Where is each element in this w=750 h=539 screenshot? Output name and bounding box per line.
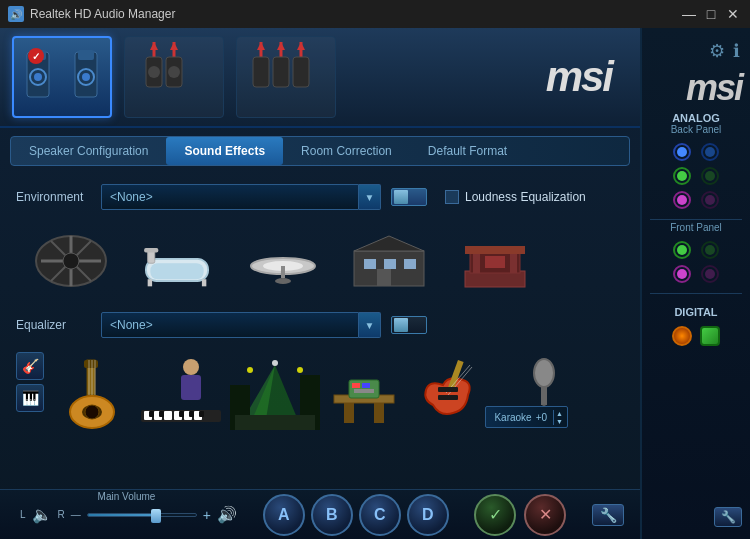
eq-guitar2-icon[interactable] — [408, 352, 488, 432]
speaker-6ch-option[interactable] — [236, 36, 336, 118]
effect-stadium[interactable] — [238, 226, 328, 296]
eq-guitar-small-icon[interactable]: 🎸 — [16, 352, 44, 380]
minimize-button[interactable]: — — [680, 5, 698, 23]
jack-purple-left[interactable] — [673, 191, 691, 209]
jack-green-right[interactable] — [701, 167, 719, 185]
svg-rect-96 — [438, 387, 458, 392]
svg-rect-91 — [354, 389, 374, 393]
speaker-4ch-option[interactable] — [124, 36, 224, 118]
svg-rect-95 — [438, 395, 458, 400]
loudness-area: Loudness Equalization — [445, 190, 586, 204]
volume-area: Main Volume L 🔈 R — + 🔊 — [16, 505, 237, 524]
svg-rect-36 — [144, 248, 158, 252]
svg-rect-34 — [150, 263, 203, 279]
volume-slider-track[interactable] — [87, 513, 197, 517]
right-wrench-button[interactable]: 🔧 — [714, 507, 742, 527]
btn-a[interactable]: A — [263, 494, 305, 536]
vol-dash: — — [71, 509, 81, 520]
svg-rect-38 — [202, 279, 206, 286]
svg-rect-24 — [253, 57, 269, 87]
front-jack-green[interactable] — [673, 241, 691, 259]
svg-rect-52 — [510, 251, 517, 273]
digital-jack-coax[interactable] — [700, 326, 720, 346]
tabs-bar: Speaker Configuration Sound Effects Room… — [10, 136, 630, 166]
effect-bathroom[interactable] — [132, 226, 222, 296]
jack-row-3 — [673, 191, 719, 209]
eq-toggle-knob — [394, 318, 408, 332]
tab-room-correction[interactable]: Room Correction — [283, 137, 410, 165]
environment-dropdown[interactable]: <None> — [101, 184, 359, 210]
effect-room[interactable] — [344, 226, 434, 296]
main-panel: Environment <None> ▼ Loudness Equalizati… — [0, 174, 640, 489]
digital-jack-optical[interactable] — [672, 326, 692, 346]
digital-jacks — [642, 322, 750, 350]
front-panel-label: Front Panel — [642, 222, 750, 233]
eq-concert-icon[interactable] — [230, 352, 320, 432]
karaoke-up-arrow[interactable]: ▲ — [556, 410, 563, 417]
back-panel-label: Back Panel — [642, 124, 750, 135]
msi-logo-area: msi — [546, 53, 628, 101]
toggle-knob — [394, 190, 408, 204]
tab-speaker-config[interactable]: Speaker Configuration — [11, 137, 166, 165]
environment-toggle[interactable] — [391, 188, 427, 206]
front-jack-green-right[interactable] — [701, 241, 719, 259]
settings-wrench-button[interactable]: 🔧 — [592, 504, 624, 526]
effect-sewer[interactable] — [26, 226, 116, 296]
svg-marker-13 — [170, 42, 178, 50]
volume-slider-thumb[interactable] — [151, 509, 161, 523]
karaoke-down-arrow[interactable]: ▼ — [556, 418, 563, 425]
eq-piano-player-icon[interactable] — [136, 352, 226, 432]
svg-point-63 — [183, 359, 199, 375]
karaoke-box: Karaoke +0 ▲ ▼ — [485, 406, 568, 428]
eq-piano-small-icon[interactable]: 🎹 — [16, 384, 44, 412]
apply-button[interactable]: ✓ — [474, 494, 516, 536]
tab-default-format[interactable]: Default Format — [410, 137, 525, 165]
environment-row: Environment <None> ▼ Loudness Equalizati… — [16, 184, 624, 210]
svg-point-83 — [272, 360, 278, 366]
maximize-button[interactable]: □ — [702, 5, 720, 23]
karaoke-arrows: ▲ ▼ — [553, 410, 563, 425]
environment-dropdown-arrow[interactable]: ▼ — [359, 184, 381, 210]
eq-karaoke-icon[interactable]: Karaoke +0 ▲ ▼ — [492, 352, 572, 432]
svg-rect-89 — [352, 383, 360, 388]
vol-speaker-left-icon: 🔈 — [32, 505, 52, 524]
gear-icon[interactable]: ⚙ — [709, 40, 725, 62]
eq-icons-section: 🎸 🎹 — [16, 350, 624, 434]
svg-point-42 — [275, 278, 291, 284]
btn-b[interactable]: B — [311, 494, 353, 536]
titlebar-controls: — □ ✕ — [680, 5, 742, 23]
svg-rect-81 — [235, 415, 315, 430]
close-button[interactable]: ✕ — [724, 5, 742, 23]
eq-guitar-icon[interactable] — [52, 352, 132, 432]
svg-marker-11 — [150, 42, 158, 50]
svg-rect-73 — [159, 411, 164, 417]
equalizer-dropdown-container: <None> ▼ — [101, 312, 381, 338]
jack-purple-left-inner — [677, 195, 687, 205]
jack-purple-right[interactable] — [701, 191, 719, 209]
cancel-button[interactable]: ✕ — [524, 494, 566, 536]
front-jack-purple[interactable] — [673, 265, 691, 283]
equalizer-dropdown-arrow[interactable]: ▼ — [359, 312, 381, 338]
svg-rect-76 — [199, 411, 204, 417]
tab-sound-effects[interactable]: Sound Effects — [166, 137, 283, 165]
front-jack-purple-right[interactable] — [701, 265, 719, 283]
btn-d[interactable]: D — [407, 494, 449, 536]
svg-point-97 — [534, 359, 554, 387]
vol-speaker-icon: 🔊 — [217, 505, 237, 524]
jack-blue-left-inner — [677, 147, 687, 157]
info-icon[interactable]: ℹ — [733, 40, 740, 62]
loudness-checkbox[interactable] — [445, 190, 459, 204]
jack-blue-right[interactable] — [701, 143, 719, 161]
btn-c[interactable]: C — [359, 494, 401, 536]
jack-green-left[interactable] — [673, 167, 691, 185]
speaker-2ch-option[interactable]: ✓ — [12, 36, 112, 118]
jack-blue-left[interactable] — [673, 143, 691, 161]
svg-rect-41 — [281, 266, 285, 278]
equalizer-dropdown[interactable]: <None> — [101, 312, 359, 338]
equalizer-toggle[interactable] — [391, 316, 427, 334]
svg-marker-19 — [257, 42, 265, 50]
eq-forge-icon[interactable] — [324, 352, 404, 432]
titlebar: 🔊 Realtek HD Audio Manager — □ ✕ — [0, 0, 750, 28]
equalizer-row: Equalizer <None> ▼ — [16, 312, 624, 338]
effect-arena[interactable] — [450, 226, 540, 296]
